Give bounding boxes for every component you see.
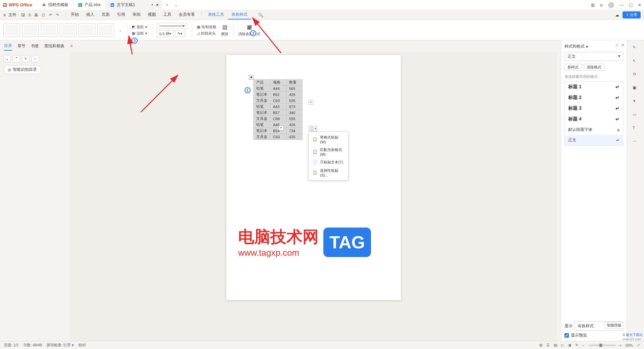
select-icon[interactable]: ↖	[633, 58, 639, 64]
page-icon[interactable]: ▭	[633, 112, 639, 118]
menu-view[interactable]: 视图	[145, 10, 159, 19]
paste-options-button[interactable]: 📋▾	[309, 126, 317, 131]
clear-style-button[interactable]: 清除表格样式	[238, 32, 260, 37]
chevron-down-icon[interactable]: ▾	[586, 44, 588, 49]
tab-docer[interactable]: 找稻壳模板	[37, 0, 73, 10]
view-focus-icon[interactable]: ◑	[568, 343, 571, 347]
export-icon[interactable]: ⎘	[29, 13, 31, 17]
diagonal-button[interactable]: ◿斜线表头	[197, 31, 216, 36]
paste-match-format[interactable]: 📋匹配当前格式(M)	[309, 146, 348, 158]
more-icon[interactable]: ⋯	[633, 139, 639, 145]
proof-status[interactable]: 校对	[78, 343, 86, 348]
file-menu[interactable]: 文件	[8, 12, 16, 18]
new-style-button[interactable]: 新样式	[565, 64, 582, 71]
style-thumb[interactable]	[60, 23, 76, 37]
nav-bookmark[interactable]: 书签	[31, 42, 39, 50]
preview-checkbox[interactable]	[565, 333, 569, 338]
menu-insert[interactable]: 插入	[83, 10, 98, 19]
view-web-icon[interactable]: ▤	[554, 343, 557, 347]
erase-icon[interactable]: ▧	[222, 24, 227, 30]
word-count[interactable]: 字数: 48/48	[23, 343, 42, 348]
line-weight-dropdown[interactable]: 0.5 磅 ▾	[157, 30, 174, 37]
tab-writer[interactable]: W 文字文稿1 • ✕	[105, 0, 162, 10]
redo-icon[interactable]: ↷	[56, 13, 59, 17]
smart-layout-button[interactable]: 智能排版	[604, 322, 624, 329]
avatar-icon[interactable]	[608, 2, 614, 8]
nav-toc[interactable]: 目录	[4, 42, 12, 51]
help-icon[interactable]: ?	[633, 126, 639, 132]
shading-button[interactable]: ◩底纹 ▾	[132, 24, 147, 30]
menu-tools[interactable]: 工具	[160, 10, 175, 19]
expand-toc-button[interactable]: ⌄	[3, 55, 11, 62]
close-tab-icon[interactable]: ✕	[156, 3, 159, 7]
style-thumb[interactable]	[22, 23, 39, 37]
table-move-handle-icon[interactable]: ✥	[249, 75, 254, 80]
page-indicator[interactable]: 页面: 1/1	[4, 343, 18, 348]
style-item[interactable]: 标题 2↵	[565, 92, 623, 103]
style-thumb[interactable]	[78, 23, 95, 37]
remove-button[interactable]: −	[32, 55, 39, 62]
smart-toc-button[interactable]: ◎ 智能识别目录	[3, 65, 41, 74]
style-item[interactable]: 标题 4↵	[565, 114, 623, 124]
close-nav-icon[interactable]: ✕	[70, 44, 73, 48]
menu-start[interactable]: 开始	[67, 10, 82, 19]
draw-table-button[interactable]: ▦绘制表格	[197, 24, 216, 30]
current-style-dropdown[interactable]: 正文▾	[565, 52, 623, 61]
undo-icon[interactable]: ↶	[49, 13, 52, 17]
pen-tool-icon[interactable]: ✎	[575, 343, 578, 347]
format-brush-icon[interactable]: ✎	[633, 45, 639, 51]
settings-icon[interactable]: ⟲	[633, 72, 639, 78]
close-panel-icon[interactable]: ✕	[621, 43, 625, 48]
style-item[interactable]: 标题 1↵	[565, 82, 623, 92]
expand-icon[interactable]: ⤢	[637, 343, 640, 347]
zoom-value[interactable]: 83%	[626, 343, 633, 347]
spellcheck-status[interactable]: 拼写检查: 打开 ▾	[47, 343, 74, 348]
line-style-dropdown[interactable]: ▾	[157, 23, 187, 29]
line-color-dropdown[interactable]: ✎▾	[175, 31, 185, 37]
save-icon[interactable]: 🖫	[21, 13, 25, 17]
zoom-slider[interactable]	[589, 345, 615, 346]
tab-sheet[interactable]: S 产品.xlsx	[73, 0, 105, 10]
media-icon[interactable]: ▣	[633, 85, 639, 91]
view-outline-icon[interactable]: ☰	[546, 343, 550, 347]
pin-icon[interactable]: ⤢	[615, 43, 619, 48]
view-read-icon[interactable]: ▷	[561, 343, 564, 347]
paste-text-only[interactable]: 📄只粘贴文本(T)	[309, 158, 348, 166]
view-mode-icon[interactable]: ⊞	[539, 343, 542, 347]
new-tab-button[interactable]: ＋	[162, 2, 172, 8]
style-thumb[interactable]	[3, 23, 20, 37]
style-item[interactable]: 正文↵	[565, 135, 623, 145]
menu-table-tools[interactable]: 表格工具	[205, 10, 227, 19]
menu-page[interactable]: 页面	[98, 10, 113, 19]
menu-member[interactable]: 会员专享	[175, 10, 198, 19]
menu-ref[interactable]: 引用	[114, 10, 128, 19]
table-add-row-button[interactable]: +	[279, 126, 283, 130]
share-button[interactable]: ⇪ 分享	[623, 11, 641, 18]
clear-style-icon[interactable]: ▦̸	[247, 24, 252, 30]
layout-icon[interactable]: ▥	[591, 3, 595, 7]
preview-icon[interactable]: 🗋	[42, 13, 46, 17]
menu-table-style[interactable]: 表格样式	[228, 10, 251, 19]
minimize-icon[interactable]: —	[620, 3, 624, 7]
table-style-gallery[interactable]	[3, 23, 114, 37]
print-icon[interactable]: 🖶	[34, 13, 38, 17]
paste-special[interactable]: 📋选择性粘贴(S)...	[309, 166, 348, 179]
tab-list-button[interactable]: ⌄	[172, 3, 180, 7]
nav-find[interactable]: 查找和替换	[44, 42, 64, 50]
move-up-button[interactable]: ⌃	[13, 55, 20, 62]
style-item[interactable]: 标题 3↵	[565, 103, 623, 114]
zoom-in-button[interactable]: +	[620, 343, 622, 347]
cloud-icon[interactable]: ☁	[615, 13, 619, 17]
border-button[interactable]: ▦边框 ▾	[132, 31, 147, 36]
maximize-icon[interactable]: ▢	[629, 3, 633, 7]
cube-icon[interactable]: ⧈	[600, 3, 603, 7]
menu-review[interactable]: 审阅	[129, 10, 144, 19]
add-button[interactable]: +	[22, 55, 30, 62]
hamburger-icon[interactable]: ≡	[3, 13, 6, 17]
close-window-icon[interactable]: ✕	[638, 3, 641, 7]
ai-icon[interactable]: ✦	[633, 99, 639, 105]
style-thumb[interactable]	[97, 23, 114, 37]
nav-chapter[interactable]: 章节	[17, 42, 25, 50]
zoom-out-button[interactable]: −	[582, 343, 584, 347]
style-item[interactable]: 默认段落字体a	[565, 124, 623, 135]
